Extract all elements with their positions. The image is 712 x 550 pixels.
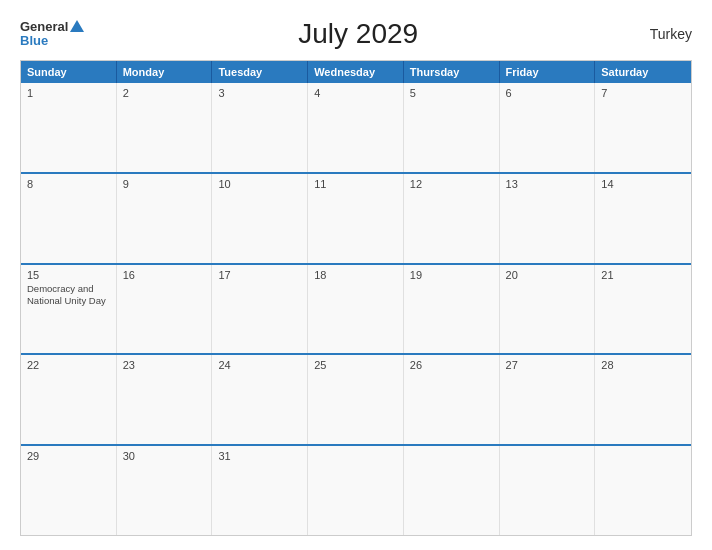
day-cell-w5-d1[interactable]: 29 — [21, 446, 117, 535]
day-cell-w3-d1[interactable]: 15Democracy and National Unity Day — [21, 265, 117, 354]
page: General Blue July 2029 Turkey Sunday Mon… — [0, 0, 712, 550]
day-number: 21 — [601, 269, 685, 281]
day-cell-w5-d3[interactable]: 31 — [212, 446, 308, 535]
week-row-1: 1234567 — [21, 83, 691, 172]
page-title: July 2029 — [84, 18, 632, 50]
day-number: 23 — [123, 359, 206, 371]
day-cell-w1-d5[interactable]: 5 — [404, 83, 500, 172]
day-cell-w5-d4[interactable] — [308, 446, 404, 535]
day-number: 30 — [123, 450, 206, 462]
day-number: 31 — [218, 450, 301, 462]
day-number: 2 — [123, 87, 206, 99]
day-number: 13 — [506, 178, 589, 190]
day-number: 1 — [27, 87, 110, 99]
day-cell-w4-d2[interactable]: 23 — [117, 355, 213, 444]
day-number: 16 — [123, 269, 206, 281]
day-cell-w2-d3[interactable]: 10 — [212, 174, 308, 263]
header: General Blue July 2029 Turkey — [20, 18, 692, 50]
day-cell-w2-d7[interactable]: 14 — [595, 174, 691, 263]
day-number: 6 — [506, 87, 589, 99]
header-sunday: Sunday — [21, 61, 117, 83]
day-number: 11 — [314, 178, 397, 190]
day-number: 7 — [601, 87, 685, 99]
day-number: 3 — [218, 87, 301, 99]
logo-blue-text: Blue — [20, 34, 84, 48]
week-row-4: 22232425262728 — [21, 353, 691, 444]
day-number: 28 — [601, 359, 685, 371]
header-saturday: Saturday — [595, 61, 691, 83]
day-number: 14 — [601, 178, 685, 190]
day-cell-w3-d5[interactable]: 19 — [404, 265, 500, 354]
day-cell-w4-d4[interactable]: 25 — [308, 355, 404, 444]
day-cell-w2-d4[interactable]: 11 — [308, 174, 404, 263]
day-number: 22 — [27, 359, 110, 371]
day-number: 27 — [506, 359, 589, 371]
day-cell-w2-d6[interactable]: 13 — [500, 174, 596, 263]
day-cell-w1-d1[interactable]: 1 — [21, 83, 117, 172]
day-number: 17 — [218, 269, 301, 281]
day-cell-w3-d4[interactable]: 18 — [308, 265, 404, 354]
logo-top-row: General — [20, 20, 84, 34]
logo-triangle-icon — [70, 20, 84, 32]
day-cell-w1-d3[interactable]: 3 — [212, 83, 308, 172]
logo: General Blue — [20, 20, 84, 49]
calendar: Sunday Monday Tuesday Wednesday Thursday… — [20, 60, 692, 536]
header-wednesday: Wednesday — [308, 61, 404, 83]
day-cell-w2-d5[interactable]: 12 — [404, 174, 500, 263]
day-cell-w1-d4[interactable]: 4 — [308, 83, 404, 172]
day-cell-w3-d2[interactable]: 16 — [117, 265, 213, 354]
header-thursday: Thursday — [404, 61, 500, 83]
country-label: Turkey — [632, 26, 692, 42]
day-number: 26 — [410, 359, 493, 371]
header-tuesday: Tuesday — [212, 61, 308, 83]
day-cell-w1-d7[interactable]: 7 — [595, 83, 691, 172]
week-row-2: 891011121314 — [21, 172, 691, 263]
day-number: 5 — [410, 87, 493, 99]
day-cell-w3-d6[interactable]: 20 — [500, 265, 596, 354]
day-cell-w5-d6[interactable] — [500, 446, 596, 535]
event-label: Democracy and National Unity Day — [27, 283, 110, 308]
day-cell-w4-d1[interactable]: 22 — [21, 355, 117, 444]
week-row-3: 15Democracy and National Unity Day161718… — [21, 263, 691, 354]
week-row-5: 293031 — [21, 444, 691, 535]
day-cell-w5-d2[interactable]: 30 — [117, 446, 213, 535]
header-monday: Monday — [117, 61, 213, 83]
day-cell-w5-d5[interactable] — [404, 446, 500, 535]
day-number: 29 — [27, 450, 110, 462]
weeks-container: 123456789101112131415Democracy and Natio… — [21, 83, 691, 535]
day-cell-w1-d6[interactable]: 6 — [500, 83, 596, 172]
logo-general-text: General — [20, 20, 68, 34]
day-number: 20 — [506, 269, 589, 281]
day-number: 18 — [314, 269, 397, 281]
day-cell-w3-d3[interactable]: 17 — [212, 265, 308, 354]
day-cell-w5-d7[interactable] — [595, 446, 691, 535]
day-number: 10 — [218, 178, 301, 190]
day-cell-w2-d2[interactable]: 9 — [117, 174, 213, 263]
day-cell-w3-d7[interactable]: 21 — [595, 265, 691, 354]
day-cell-w4-d6[interactable]: 27 — [500, 355, 596, 444]
day-number: 12 — [410, 178, 493, 190]
day-cell-w4-d5[interactable]: 26 — [404, 355, 500, 444]
day-number: 9 — [123, 178, 206, 190]
day-cell-w1-d2[interactable]: 2 — [117, 83, 213, 172]
day-number: 8 — [27, 178, 110, 190]
day-cell-w4-d7[interactable]: 28 — [595, 355, 691, 444]
header-friday: Friday — [500, 61, 596, 83]
logo-block: General Blue — [20, 20, 84, 49]
day-number: 15 — [27, 269, 110, 281]
day-number: 19 — [410, 269, 493, 281]
day-number: 24 — [218, 359, 301, 371]
day-number: 4 — [314, 87, 397, 99]
day-headers-row: Sunday Monday Tuesday Wednesday Thursday… — [21, 61, 691, 83]
day-cell-w2-d1[interactable]: 8 — [21, 174, 117, 263]
day-cell-w4-d3[interactable]: 24 — [212, 355, 308, 444]
day-number: 25 — [314, 359, 397, 371]
